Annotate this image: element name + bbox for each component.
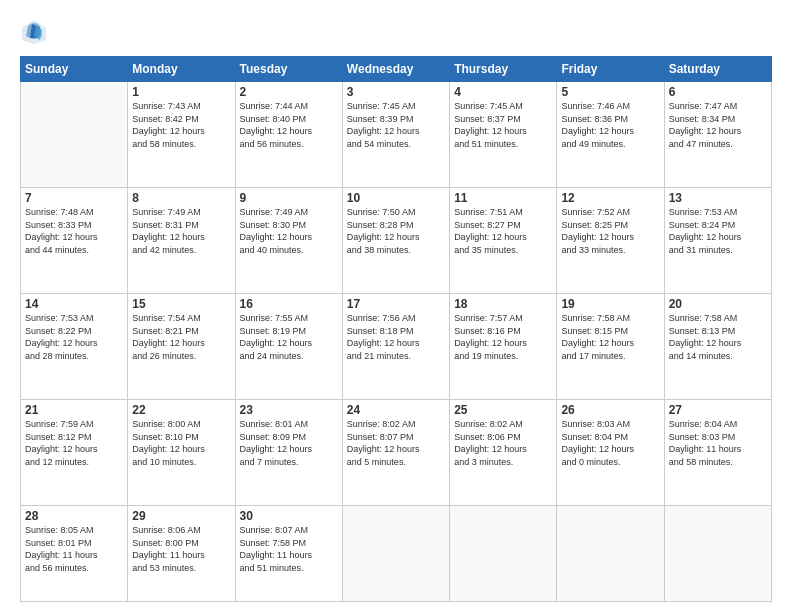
day-number: 28 bbox=[25, 509, 123, 523]
day-number: 3 bbox=[347, 85, 445, 99]
day-number: 23 bbox=[240, 403, 338, 417]
calendar-cell: 30Sunrise: 8:07 AM Sunset: 7:58 PM Dayli… bbox=[235, 506, 342, 602]
day-number: 24 bbox=[347, 403, 445, 417]
day-info: Sunrise: 7:43 AM Sunset: 8:42 PM Dayligh… bbox=[132, 100, 230, 150]
day-number: 15 bbox=[132, 297, 230, 311]
page: SundayMondayTuesdayWednesdayThursdayFrid… bbox=[0, 0, 792, 612]
day-number: 30 bbox=[240, 509, 338, 523]
day-number: 11 bbox=[454, 191, 552, 205]
day-info: Sunrise: 7:57 AM Sunset: 8:16 PM Dayligh… bbox=[454, 312, 552, 362]
day-number: 26 bbox=[561, 403, 659, 417]
day-info: Sunrise: 7:46 AM Sunset: 8:36 PM Dayligh… bbox=[561, 100, 659, 150]
calendar-cell: 20Sunrise: 7:58 AM Sunset: 8:13 PM Dayli… bbox=[664, 294, 771, 400]
day-number: 18 bbox=[454, 297, 552, 311]
calendar-cell: 6Sunrise: 7:47 AM Sunset: 8:34 PM Daylig… bbox=[664, 82, 771, 188]
calendar-cell: 10Sunrise: 7:50 AM Sunset: 8:28 PM Dayli… bbox=[342, 188, 449, 294]
weekday-header-friday: Friday bbox=[557, 57, 664, 82]
calendar-cell: 11Sunrise: 7:51 AM Sunset: 8:27 PM Dayli… bbox=[450, 188, 557, 294]
calendar-cell: 17Sunrise: 7:56 AM Sunset: 8:18 PM Dayli… bbox=[342, 294, 449, 400]
calendar-cell bbox=[557, 506, 664, 602]
day-info: Sunrise: 8:02 AM Sunset: 8:07 PM Dayligh… bbox=[347, 418, 445, 468]
day-number: 2 bbox=[240, 85, 338, 99]
day-number: 8 bbox=[132, 191, 230, 205]
calendar-cell: 9Sunrise: 7:49 AM Sunset: 8:30 PM Daylig… bbox=[235, 188, 342, 294]
day-info: Sunrise: 7:48 AM Sunset: 8:33 PM Dayligh… bbox=[25, 206, 123, 256]
day-info: Sunrise: 7:50 AM Sunset: 8:28 PM Dayligh… bbox=[347, 206, 445, 256]
calendar-cell: 23Sunrise: 8:01 AM Sunset: 8:09 PM Dayli… bbox=[235, 400, 342, 506]
day-info: Sunrise: 8:04 AM Sunset: 8:03 PM Dayligh… bbox=[669, 418, 767, 468]
day-number: 12 bbox=[561, 191, 659, 205]
calendar-cell: 21Sunrise: 7:59 AM Sunset: 8:12 PM Dayli… bbox=[21, 400, 128, 506]
day-info: Sunrise: 7:49 AM Sunset: 8:30 PM Dayligh… bbox=[240, 206, 338, 256]
day-number: 20 bbox=[669, 297, 767, 311]
day-info: Sunrise: 8:05 AM Sunset: 8:01 PM Dayligh… bbox=[25, 524, 123, 574]
weekday-header-sunday: Sunday bbox=[21, 57, 128, 82]
calendar-cell: 26Sunrise: 8:03 AM Sunset: 8:04 PM Dayli… bbox=[557, 400, 664, 506]
calendar-cell: 18Sunrise: 7:57 AM Sunset: 8:16 PM Dayli… bbox=[450, 294, 557, 400]
calendar-cell: 15Sunrise: 7:54 AM Sunset: 8:21 PM Dayli… bbox=[128, 294, 235, 400]
calendar-cell: 5Sunrise: 7:46 AM Sunset: 8:36 PM Daylig… bbox=[557, 82, 664, 188]
weekday-header-wednesday: Wednesday bbox=[342, 57, 449, 82]
day-info: Sunrise: 7:45 AM Sunset: 8:39 PM Dayligh… bbox=[347, 100, 445, 150]
week-row-2: 7Sunrise: 7:48 AM Sunset: 8:33 PM Daylig… bbox=[21, 188, 772, 294]
calendar-cell bbox=[450, 506, 557, 602]
calendar-cell: 19Sunrise: 7:58 AM Sunset: 8:15 PM Dayli… bbox=[557, 294, 664, 400]
day-info: Sunrise: 7:53 AM Sunset: 8:22 PM Dayligh… bbox=[25, 312, 123, 362]
day-info: Sunrise: 8:06 AM Sunset: 8:00 PM Dayligh… bbox=[132, 524, 230, 574]
day-number: 4 bbox=[454, 85, 552, 99]
day-info: Sunrise: 7:45 AM Sunset: 8:37 PM Dayligh… bbox=[454, 100, 552, 150]
calendar-cell: 24Sunrise: 8:02 AM Sunset: 8:07 PM Dayli… bbox=[342, 400, 449, 506]
day-number: 5 bbox=[561, 85, 659, 99]
day-number: 16 bbox=[240, 297, 338, 311]
week-row-4: 21Sunrise: 7:59 AM Sunset: 8:12 PM Dayli… bbox=[21, 400, 772, 506]
header bbox=[20, 18, 772, 46]
day-number: 21 bbox=[25, 403, 123, 417]
calendar-cell bbox=[664, 506, 771, 602]
day-info: Sunrise: 7:52 AM Sunset: 8:25 PM Dayligh… bbox=[561, 206, 659, 256]
day-number: 13 bbox=[669, 191, 767, 205]
day-info: Sunrise: 7:49 AM Sunset: 8:31 PM Dayligh… bbox=[132, 206, 230, 256]
day-info: Sunrise: 8:00 AM Sunset: 8:10 PM Dayligh… bbox=[132, 418, 230, 468]
weekday-header-tuesday: Tuesday bbox=[235, 57, 342, 82]
day-info: Sunrise: 7:47 AM Sunset: 8:34 PM Dayligh… bbox=[669, 100, 767, 150]
day-number: 6 bbox=[669, 85, 767, 99]
day-number: 9 bbox=[240, 191, 338, 205]
calendar-cell: 29Sunrise: 8:06 AM Sunset: 8:00 PM Dayli… bbox=[128, 506, 235, 602]
day-info: Sunrise: 8:01 AM Sunset: 8:09 PM Dayligh… bbox=[240, 418, 338, 468]
day-info: Sunrise: 7:56 AM Sunset: 8:18 PM Dayligh… bbox=[347, 312, 445, 362]
calendar-cell: 8Sunrise: 7:49 AM Sunset: 8:31 PM Daylig… bbox=[128, 188, 235, 294]
calendar-cell: 7Sunrise: 7:48 AM Sunset: 8:33 PM Daylig… bbox=[21, 188, 128, 294]
day-number: 29 bbox=[132, 509, 230, 523]
week-row-3: 14Sunrise: 7:53 AM Sunset: 8:22 PM Dayli… bbox=[21, 294, 772, 400]
day-info: Sunrise: 7:59 AM Sunset: 8:12 PM Dayligh… bbox=[25, 418, 123, 468]
calendar-cell: 12Sunrise: 7:52 AM Sunset: 8:25 PM Dayli… bbox=[557, 188, 664, 294]
day-info: Sunrise: 7:55 AM Sunset: 8:19 PM Dayligh… bbox=[240, 312, 338, 362]
day-number: 19 bbox=[561, 297, 659, 311]
calendar-cell: 3Sunrise: 7:45 AM Sunset: 8:39 PM Daylig… bbox=[342, 82, 449, 188]
calendar-cell: 28Sunrise: 8:05 AM Sunset: 8:01 PM Dayli… bbox=[21, 506, 128, 602]
calendar-cell: 1Sunrise: 7:43 AM Sunset: 8:42 PM Daylig… bbox=[128, 82, 235, 188]
day-number: 27 bbox=[669, 403, 767, 417]
calendar-cell: 13Sunrise: 7:53 AM Sunset: 8:24 PM Dayli… bbox=[664, 188, 771, 294]
day-info: Sunrise: 7:51 AM Sunset: 8:27 PM Dayligh… bbox=[454, 206, 552, 256]
day-info: Sunrise: 7:58 AM Sunset: 8:15 PM Dayligh… bbox=[561, 312, 659, 362]
week-row-1: 1Sunrise: 7:43 AM Sunset: 8:42 PM Daylig… bbox=[21, 82, 772, 188]
day-number: 1 bbox=[132, 85, 230, 99]
day-info: Sunrise: 7:53 AM Sunset: 8:24 PM Dayligh… bbox=[669, 206, 767, 256]
day-number: 25 bbox=[454, 403, 552, 417]
day-number: 10 bbox=[347, 191, 445, 205]
week-row-5: 28Sunrise: 8:05 AM Sunset: 8:01 PM Dayli… bbox=[21, 506, 772, 602]
calendar-cell: 25Sunrise: 8:02 AM Sunset: 8:06 PM Dayli… bbox=[450, 400, 557, 506]
day-number: 14 bbox=[25, 297, 123, 311]
calendar-cell: 4Sunrise: 7:45 AM Sunset: 8:37 PM Daylig… bbox=[450, 82, 557, 188]
day-info: Sunrise: 8:07 AM Sunset: 7:58 PM Dayligh… bbox=[240, 524, 338, 574]
day-number: 22 bbox=[132, 403, 230, 417]
calendar-cell: 22Sunrise: 8:00 AM Sunset: 8:10 PM Dayli… bbox=[128, 400, 235, 506]
day-number: 17 bbox=[347, 297, 445, 311]
calendar-cell: 27Sunrise: 8:04 AM Sunset: 8:03 PM Dayli… bbox=[664, 400, 771, 506]
calendar-cell: 16Sunrise: 7:55 AM Sunset: 8:19 PM Dayli… bbox=[235, 294, 342, 400]
logo bbox=[20, 18, 52, 46]
calendar-cell: 2Sunrise: 7:44 AM Sunset: 8:40 PM Daylig… bbox=[235, 82, 342, 188]
weekday-header-thursday: Thursday bbox=[450, 57, 557, 82]
calendar-cell bbox=[342, 506, 449, 602]
